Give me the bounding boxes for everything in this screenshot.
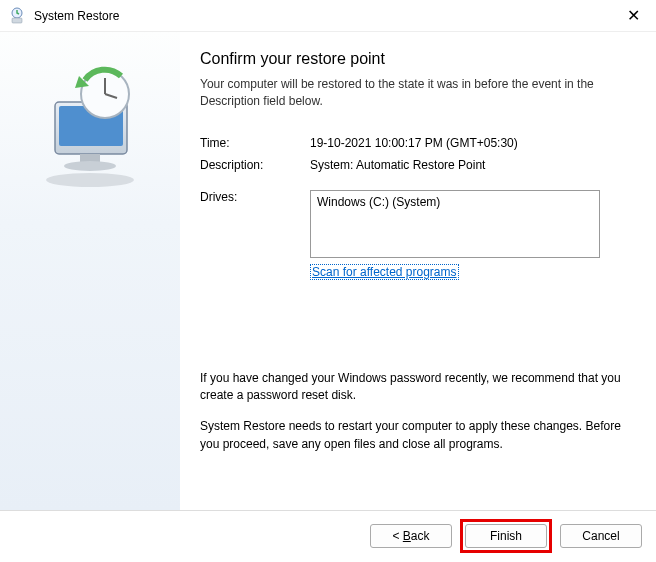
info-block: If you have changed your Windows passwor… [200,370,628,454]
password-info-text: If you have changed your Windows passwor… [200,370,628,405]
footer: < Back Finish Cancel [0,510,656,560]
content-area: Confirm your restore point Your computer… [0,32,656,510]
page-subheading: Your computer will be restored to the st… [200,76,628,110]
drives-row: Drives: Windows (C:) (System) [200,190,628,258]
drives-listbox[interactable]: Windows (C:) (System) [310,190,600,258]
close-button[interactable]: ✕ [619,6,648,25]
main-panel: Confirm your restore point Your computer… [180,32,656,510]
page-heading: Confirm your restore point [200,50,628,68]
time-row: Time: 19-10-2021 10:00:17 PM (GMT+05:30) [200,136,628,150]
description-row: Description: System: Automatic Restore P… [200,158,628,172]
description-label: Description: [200,158,310,172]
scan-programs-link[interactable]: Scan for affected programs [310,264,459,280]
svg-point-2 [46,173,134,187]
window-title: System Restore [34,9,619,23]
finish-highlight: Finish [460,519,552,553]
system-restore-icon [8,7,26,25]
sidebar [0,32,180,510]
finish-button[interactable]: Finish [465,524,547,548]
svg-rect-1 [12,18,22,23]
svg-point-6 [64,161,116,171]
titlebar: System Restore ✕ [0,0,656,32]
description-value: System: Automatic Restore Point [310,158,628,172]
restore-illustration-icon [25,62,155,195]
cancel-button[interactable]: Cancel [560,524,642,548]
time-value: 19-10-2021 10:00:17 PM (GMT+05:30) [310,136,628,150]
time-label: Time: [200,136,310,150]
back-button[interactable]: < Back [370,524,452,548]
restart-info-text: System Restore needs to restart your com… [200,418,628,453]
drive-item[interactable]: Windows (C:) (System) [317,195,593,209]
drives-label: Drives: [200,190,310,258]
